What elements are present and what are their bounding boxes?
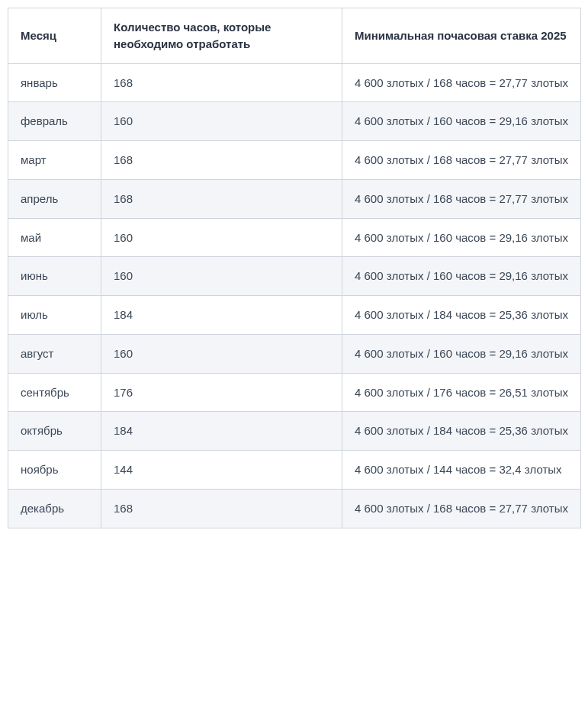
cell-rate: 4 600 злотых / 160 часов = 29,16 злотых: [342, 334, 581, 373]
cell-hours: 160: [101, 334, 342, 373]
cell-month: январь: [8, 63, 101, 102]
table-row: январь1684 600 злотых / 168 часов = 27,7…: [8, 63, 581, 102]
cell-month: апрель: [8, 179, 101, 218]
cell-rate: 4 600 злотых / 168 часов = 27,77 злотых: [342, 141, 581, 180]
cell-hours: 160: [101, 218, 342, 257]
cell-hours: 184: [101, 412, 342, 451]
table-row: февраль1604 600 злотых / 160 часов = 29,…: [8, 102, 581, 141]
table-row: август1604 600 злотых / 160 часов = 29,1…: [8, 334, 581, 373]
cell-rate: 4 600 злотых / 160 часов = 29,16 злотых: [342, 218, 581, 257]
cell-rate: 4 600 злотых / 176 часов = 26,51 злотых: [342, 373, 581, 412]
cell-hours: 184: [101, 296, 342, 335]
cell-hours: 144: [101, 451, 342, 490]
cell-hours: 168: [101, 489, 342, 528]
cell-rate: 4 600 злотых / 184 часов = 25,36 злотых: [342, 296, 581, 335]
cell-hours: 160: [101, 102, 342, 141]
table-row: март1684 600 злотых / 168 часов = 27,77 …: [8, 141, 581, 180]
cell-rate: 4 600 злотых / 184 часов = 25,36 злотых: [342, 412, 581, 451]
table-body: январь1684 600 злотых / 168 часов = 27,7…: [8, 63, 581, 528]
table-row: май1604 600 злотых / 160 часов = 29,16 з…: [8, 218, 581, 257]
cell-month: июль: [8, 296, 101, 335]
table-row: июль1844 600 злотых / 184 часов = 25,36 …: [8, 296, 581, 335]
table-row: октябрь1844 600 злотых / 184 часов = 25,…: [8, 412, 581, 451]
hourly-rate-table: Месяц Количество часов, которые необходи…: [8, 8, 581, 528]
header-month: Месяц: [8, 8, 101, 64]
cell-rate: 4 600 злотых / 144 часов = 32,4 злотых: [342, 451, 581, 490]
cell-month: декабрь: [8, 489, 101, 528]
header-rate: Минимальная почасовая ставка 2025: [342, 8, 581, 64]
cell-month: ноябрь: [8, 451, 101, 490]
cell-rate: 4 600 злотых / 168 часов = 27,77 злотых: [342, 489, 581, 528]
cell-hours: 168: [101, 179, 342, 218]
cell-hours: 168: [101, 141, 342, 180]
cell-month: март: [8, 141, 101, 180]
table-row: апрель1684 600 злотых / 168 часов = 27,7…: [8, 179, 581, 218]
cell-month: май: [8, 218, 101, 257]
cell-hours: 168: [101, 63, 342, 102]
cell-month: август: [8, 334, 101, 373]
table-row: сентябрь1764 600 злотых / 176 часов = 26…: [8, 373, 581, 412]
cell-month: февраль: [8, 102, 101, 141]
cell-rate: 4 600 злотых / 168 часов = 27,77 злотых: [342, 63, 581, 102]
cell-month: сентябрь: [8, 373, 101, 412]
cell-rate: 4 600 злотых / 160 часов = 29,16 злотых: [342, 102, 581, 141]
cell-month: июнь: [8, 257, 101, 296]
cell-hours: 160: [101, 257, 342, 296]
cell-rate: 4 600 злотых / 160 часов = 29,16 злотых: [342, 257, 581, 296]
cell-rate: 4 600 злотых / 168 часов = 27,77 злотых: [342, 179, 581, 218]
table-row: декабрь1684 600 злотых / 168 часов = 27,…: [8, 489, 581, 528]
table-header-row: Месяц Количество часов, которые необходи…: [8, 8, 581, 64]
table-row: июнь1604 600 злотых / 160 часов = 29,16 …: [8, 257, 581, 296]
cell-hours: 176: [101, 373, 342, 412]
header-hours: Количество часов, которые необходимо отр…: [101, 8, 342, 64]
cell-month: октябрь: [8, 412, 101, 451]
table-row: ноябрь1444 600 злотых / 144 часов = 32,4…: [8, 451, 581, 490]
